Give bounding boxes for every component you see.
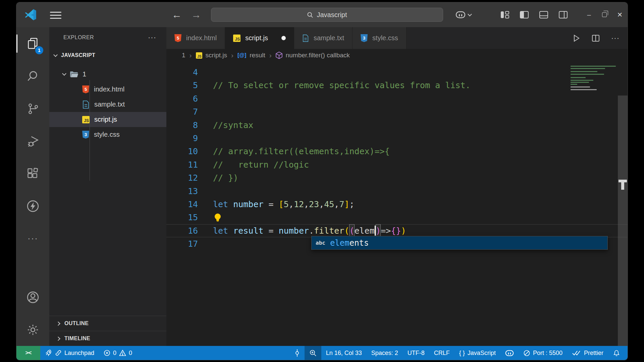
close-button[interactable]: ✕ (612, 2, 628, 27)
breadcrumb-callback[interactable]: number.filter() callback (286, 52, 350, 59)
breadcrumb-symbol[interactable]: result (250, 52, 265, 59)
settings-gear-icon[interactable] (16, 313, 49, 346)
copilot-status-item[interactable] (500, 346, 519, 360)
line-number: 14 (166, 198, 198, 211)
editor-more-actions-icon[interactable]: ··· (611, 34, 620, 43)
copilot-menu[interactable] (455, 11, 471, 19)
line-number: 15 (166, 211, 198, 224)
forward-button[interactable]: → (190, 8, 203, 21)
code-text: let result = number.filter((elem)=>{}) (198, 224, 406, 237)
minimap-line (571, 82, 589, 83)
code-line[interactable]: 16let result = number.filter((elem)=>{}) (166, 224, 628, 237)
code-token: number (233, 198, 263, 211)
activity-explorer-icon[interactable]: 1 (16, 27, 49, 60)
overview-ruler-marker (619, 180, 627, 190)
vscode-logo-icon (24, 9, 37, 21)
code-line[interactable]: 4 (166, 66, 628, 79)
menu-hamburger-icon[interactable] (50, 10, 63, 21)
copilot-icon (455, 11, 466, 19)
split-editor-icon[interactable] (592, 35, 600, 42)
search-text: Javascript (317, 11, 347, 19)
explorer-actions-icon[interactable]: ··· (148, 33, 156, 42)
encoding-item[interactable]: UTF-8 (403, 346, 429, 360)
code-token: , (289, 198, 294, 211)
tab-script-js[interactable]: JS script.js (225, 27, 294, 49)
suggest-kind-text-icon: abc (316, 240, 325, 246)
tab-index-html[interactable]: 5 index.html (166, 27, 225, 49)
line-number: 10 (166, 145, 198, 158)
account-icon[interactable] (16, 281, 49, 313)
activity-search-icon[interactable] (16, 60, 49, 92)
code-token: // array.filter((elements,index)=>{ (213, 145, 390, 158)
indentation-item[interactable]: Spaces: 2 (367, 346, 403, 360)
tree-file-style-css[interactable]: 3 style.css (49, 127, 166, 142)
rocket-icon (45, 349, 52, 357)
code-token: ] (344, 198, 349, 211)
launchpad-item[interactable]: Launchpad (40, 346, 99, 360)
code-line[interactable]: 14let number = [5,12,23,45,7]; (166, 198, 628, 211)
suggest-item-elements[interactable]: abc elements (312, 236, 607, 249)
live-server-port-item[interactable]: Port : 5500 (519, 346, 567, 360)
code-text: // To select or remove specific values f… (198, 79, 471, 92)
activity-extensions-icon[interactable] (16, 157, 49, 190)
code-line[interactable]: 8//syntax (166, 119, 628, 132)
code-token: filter (314, 224, 344, 237)
minimize-button[interactable]: – (581, 2, 597, 27)
tree-file-script-js[interactable]: JS script.js (49, 112, 166, 127)
code-line[interactable]: 10// array.filter((elements,index)=>{ (166, 145, 628, 158)
restore-button[interactable] (597, 2, 612, 27)
activity-more-icon[interactable]: ··· (16, 222, 49, 255)
prettier-item[interactable]: Prettier (567, 346, 608, 360)
tree-file-index-html[interactable]: 5 index.html (49, 82, 166, 97)
editor-scrollbar[interactable] (618, 96, 628, 346)
activity-source-control-icon[interactable] (16, 92, 49, 125)
code-token: ( (349, 224, 354, 237)
zoom-item[interactable] (305, 346, 321, 360)
customize-layout-icon[interactable] (500, 11, 509, 19)
tree-folder-1[interactable]: 1 (49, 67, 166, 82)
run-button[interactable] (572, 34, 580, 42)
tab-sample-txt[interactable]: sample.txt (294, 27, 353, 49)
activity-run-debug-icon[interactable] (16, 125, 49, 157)
problems-item[interactable]: 0 0 (99, 346, 137, 360)
cursor-position-item[interactable]: Ln 16, Col 33 (321, 346, 367, 360)
toggle-sidebar-icon[interactable] (520, 11, 529, 19)
timeline-section[interactable]: TIMELINE (49, 331, 166, 346)
breadcrumb-folder[interactable]: 1 (182, 52, 185, 59)
language-item[interactable]: { } JavaScript (454, 346, 500, 360)
code-editor[interactable]: 45// To select or remove specific values… (166, 62, 628, 346)
line-number: 16 (166, 224, 198, 237)
unsaved-dot-icon[interactable] (281, 36, 286, 40)
code-line[interactable]: 11// return //logic (166, 158, 628, 171)
activity-thunder-icon[interactable] (16, 190, 49, 222)
toggle-panel-icon[interactable] (539, 11, 548, 19)
back-button[interactable]: ← (170, 8, 183, 21)
eol-item[interactable]: CRLF (429, 346, 454, 360)
tab-style-css[interactable]: 3 style.css (353, 27, 407, 49)
screencast-item[interactable] (290, 346, 305, 360)
code-line[interactable]: 7 (166, 105, 628, 118)
code-line[interactable]: 15 (166, 211, 628, 224)
code-token: elem (355, 224, 375, 237)
notifications-item[interactable] (608, 346, 628, 360)
code-line[interactable]: 9 (166, 132, 628, 145)
toggle-secondary-sidebar-icon[interactable] (558, 11, 568, 19)
minimap-line (571, 89, 597, 90)
code-line[interactable]: 6 (166, 92, 628, 105)
code-line[interactable]: 12// }) (166, 171, 628, 184)
tree-file-sample-txt[interactable]: sample.txt (49, 97, 166, 112)
workspace-section[interactable]: JAVASCRIPT (49, 48, 166, 63)
code-token (228, 198, 233, 211)
sidebar-explorer: EXPLORER ··· JAVASCRIPT 1 (49, 27, 166, 346)
code-token: result (233, 224, 263, 237)
code-line[interactable]: 5// To select or remove specific values … (166, 79, 628, 92)
outline-section[interactable]: OUTLINE (49, 316, 166, 331)
command-center-search[interactable]: Javascript (211, 8, 443, 22)
file-tree: 1 5 index.html sample.txt JS script (49, 63, 166, 142)
js-file-icon: JS (233, 35, 240, 42)
breadcrumb-file[interactable]: script.js (206, 52, 227, 59)
remote-indicator[interactable]: >< (16, 346, 40, 360)
html-file-icon: 5 (174, 34, 181, 42)
code-line[interactable]: 13 (166, 185, 628, 198)
code-text: // array.filter((elements,index)=>{ (198, 145, 390, 158)
